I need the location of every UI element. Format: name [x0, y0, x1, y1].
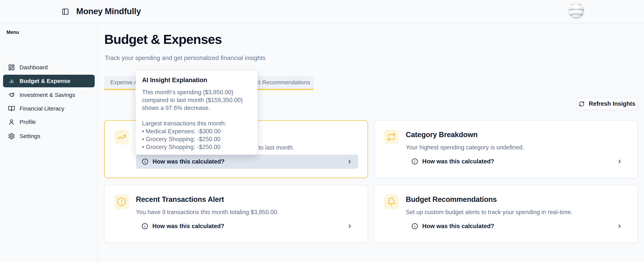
card-subtitle: Set up custom budget alerts to track you… [406, 209, 572, 216]
sidebar-item-label: Profile [20, 119, 36, 125]
sidebar-item-profile[interactable]: Profile [3, 116, 95, 128]
sidebar: Menu Dashboard Budget & Expense Investme… [0, 23, 98, 262]
repeat-icon [387, 132, 396, 142]
app-title: Money Mindfully [76, 6, 141, 16]
info-icon [412, 223, 418, 230]
sidebar-toggle-icon[interactable] [62, 8, 69, 15]
sidebar-item-label: Budget & Expense [20, 78, 70, 84]
bell-icon [387, 197, 396, 206]
tooltip-paragraph: Largest transactions this month: • Medic… [142, 119, 251, 151]
card-subtitle-fragment: to last month. [258, 144, 294, 151]
refresh-insights-button[interactable]: Refresh Insights [576, 98, 638, 110]
sidebar-item-label: Financial Literacy [20, 105, 64, 112]
icon-chip [384, 194, 399, 209]
chevron-right-icon [617, 223, 622, 229]
card-title: Recent Transactions Alert [136, 195, 224, 204]
sidebar-item-label: Dashboard [20, 64, 48, 71]
dashboard-icon [8, 64, 15, 71]
trending-up-icon [117, 133, 126, 142]
how-calculated-row[interactable]: How was this calculated? [406, 219, 628, 233]
how-calculated-row[interactable]: How was this calculated? [136, 155, 358, 169]
how-calculated-label: How was this calculated? [422, 223, 494, 230]
info-icon [142, 158, 148, 165]
recent-transactions-card: Recent Transactions Alert You have 9 tra… [104, 185, 368, 243]
card-title: Category Breakdown [406, 131, 478, 139]
icon-chip [384, 129, 399, 144]
chevron-right-icon [347, 223, 353, 229]
card-subtitle: You have 9 transactions this month total… [136, 209, 279, 216]
header: Money Mindfully [0, 0, 644, 23]
sidebar-item-dashboard[interactable]: Dashboard [3, 61, 95, 74]
category-breakdown-card: Category Breakdown Your highest spending… [374, 120, 638, 178]
ai-insight-tooltip: AI Insight Explanation This month's spen… [136, 71, 258, 155]
icon-chip [114, 130, 129, 145]
sidebar-item-label: Settings [20, 133, 40, 139]
sidebar-item-settings[interactable]: Settings [3, 130, 95, 143]
bar-chart-icon [8, 78, 15, 84]
avatar[interactable] [568, 3, 584, 19]
chevron-right-icon [347, 159, 352, 165]
page-subtitle: Track your spending and get personalized… [105, 54, 266, 61]
sidebar-item-label: Investment & Savings [20, 92, 75, 98]
icon-chip [114, 194, 129, 209]
sidebar-item-investment-savings[interactable]: Investment & Savings [3, 89, 95, 101]
chevron-right-icon [617, 159, 622, 164]
how-calculated-label: How was this calculated? [152, 223, 224, 230]
menu-label: Menu [6, 29, 19, 35]
info-icon [142, 223, 148, 230]
info-icon [412, 158, 418, 165]
piggy-bank-icon [8, 92, 15, 98]
budget-recommendations-card: Budget Recommendations Set up custom bud… [374, 185, 638, 243]
refresh-icon [579, 101, 584, 107]
user-icon [8, 119, 15, 125]
how-calculated-row[interactable]: How was this calculated? [136, 219, 358, 233]
refresh-insights-label: Refresh Insights [589, 100, 636, 107]
tooltip-paragraph: This month's spending ($3,850.00) compar… [142, 88, 251, 112]
how-calculated-row[interactable]: How was this calculated? [406, 154, 628, 169]
page-title: Budget & Expenses [104, 32, 222, 47]
book-open-icon [8, 105, 15, 112]
sidebar-item-budget-expense[interactable]: Budget & Expense [3, 75, 95, 87]
gear-icon [8, 133, 15, 140]
how-calculated-label: How was this calculated? [152, 158, 225, 165]
tooltip-title: AI Insight Explanation [142, 76, 251, 84]
card-title: Budget Recommendations [406, 195, 497, 204]
sidebar-item-financial-literacy[interactable]: Financial Literacy [3, 102, 95, 115]
card-subtitle: Your highest spending category is undefi… [406, 144, 524, 151]
how-calculated-label: How was this calculated? [422, 158, 494, 165]
alert-circle-icon [117, 197, 126, 206]
